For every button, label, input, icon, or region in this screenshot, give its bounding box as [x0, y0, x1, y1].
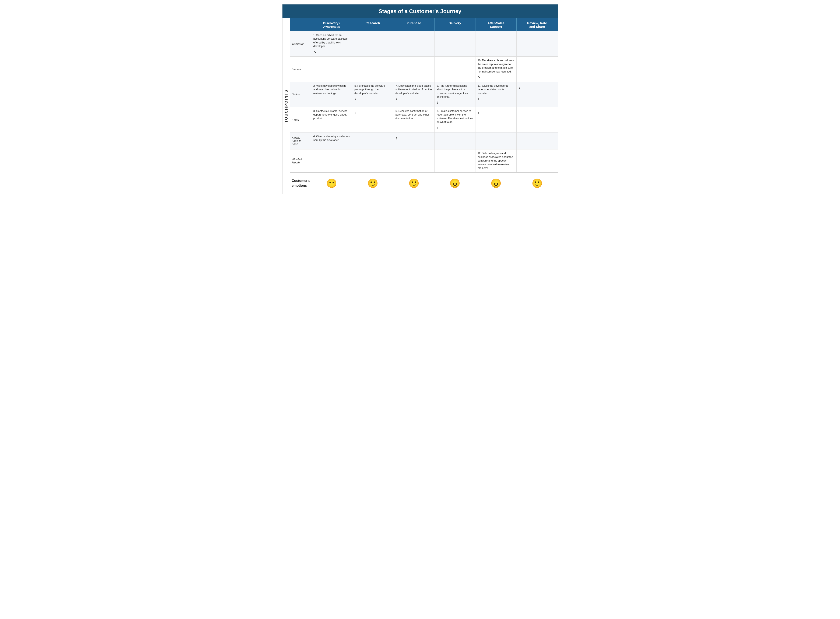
header-col2: Research: [352, 18, 393, 31]
cell-r5-c4: 12. Tells colleagues and business associ…: [475, 150, 517, 172]
cell-r1-c0: [311, 57, 352, 82]
cell-r2-c2: 7. Downloads the cloud-based software on…: [393, 82, 434, 107]
cell-r4-c1: [352, 133, 393, 149]
cell-r5-c3: [434, 150, 476, 172]
emotion-3: 😠: [434, 176, 476, 191]
header-blank: [290, 18, 311, 31]
header-row: Discovery / Awareness Research Purchase …: [290, 18, 558, 31]
table-row: Kiosk / Face-to- Face4. Given a demo by …: [290, 133, 558, 150]
touchpoints-label: TOUCHPOINTS: [283, 18, 290, 194]
cell-r5-c5: [517, 150, 558, 172]
header-col5: After-Sales Support: [475, 18, 517, 31]
row-label: Kiosk / Face-to- Face: [290, 133, 311, 149]
header-col6: Review, Rate and Share: [517, 18, 558, 31]
header-col4: Delivery: [434, 18, 476, 31]
cell-r0-c2: [393, 31, 434, 56]
chart-container: Stages of a Customer's Journey TOUCHPOIN…: [282, 4, 558, 194]
cell-r0-c3: [434, 31, 476, 56]
cell-r1-c1: [352, 57, 393, 82]
cell-r3-c0: 3. Contacts customer service department …: [311, 107, 352, 132]
emotion-4: 😠: [475, 176, 517, 191]
row-label: Television: [290, 31, 311, 56]
row-label: Word of Mouth: [290, 150, 311, 172]
cell-r1-c2: [393, 57, 434, 82]
row-label: Online: [290, 82, 311, 107]
cell-r0-c4: [475, 31, 517, 56]
row-label: In-store: [290, 57, 311, 82]
cell-r2-c3: 9. Has further discussions about the pro…: [434, 82, 476, 107]
cell-r5-c1: [352, 150, 393, 172]
cell-r2-c4: 11. Gives the developer a recommendation…: [475, 82, 517, 107]
cell-r3-c5: [517, 107, 558, 132]
table-row: Television1. Sees an advert for an accou…: [290, 31, 558, 57]
cell-r5-c0: [311, 150, 352, 172]
chart-title: Stages of a Customer's Journey: [283, 4, 558, 18]
cell-r0-c0: 1. Sees an advert for an accounting soft…: [311, 31, 352, 56]
cell-r5-c2: [393, 150, 434, 172]
emotion-1: 🙂: [352, 176, 393, 191]
table-row: Online2. Visits developer's website and …: [290, 82, 558, 107]
header-col3: Purchase: [393, 18, 434, 31]
table-row: Email3. Contacts customer service depart…: [290, 107, 558, 133]
cell-r3-c1: ↓: [352, 107, 393, 132]
emotion-2: 🙂: [393, 176, 434, 191]
cell-r0-c1: [352, 31, 393, 56]
cell-r1-c4: 10. Receives a phone call from the sales…: [475, 57, 517, 82]
cell-r3-c3: 8. Emails customer service to report a p…: [434, 107, 476, 132]
main-body: TOUCHPOINTS Discovery / Awareness Resear…: [283, 18, 558, 194]
cell-r4-c2: ↑: [393, 133, 434, 149]
table-row: Word of Mouth12. Tells colleagues and bu…: [290, 150, 558, 172]
data-rows: Television1. Sees an advert for an accou…: [290, 31, 558, 173]
cell-r4-c4: [475, 133, 517, 149]
cell-r2-c1: 5. Purchases the software package throug…: [352, 82, 393, 107]
cell-r1-c5: [517, 57, 558, 82]
cell-r3-c4: ↑: [475, 107, 517, 132]
cell-r3-c2: 6. Receives confirmation of purchase, co…: [393, 107, 434, 132]
emotion-5: 🙂: [517, 176, 558, 191]
table-row: In-store10. Receives a phone call from t…: [290, 57, 558, 82]
emotions-row: Customer's emotions 😐 🙂 🙂 😠 😠 🙂: [290, 173, 558, 194]
cell-r4-c5: [517, 133, 558, 149]
cell-r2-c5: ↓: [517, 82, 558, 107]
cell-r1-c3: [434, 57, 476, 82]
emotion-0: 😐: [311, 176, 352, 191]
row-label: Email: [290, 107, 311, 132]
emotions-label: Customer's emotions: [290, 176, 311, 190]
cell-r2-c0: 2. Visits developer's website and search…: [311, 82, 352, 107]
cell-r4-c0: 4. Given a demo by a sales rep sent by t…: [311, 133, 352, 149]
cell-r0-c5: [517, 31, 558, 56]
grid-area: Discovery / Awareness Research Purchase …: [290, 18, 558, 194]
header-col1: Discovery / Awareness: [311, 18, 352, 31]
cell-r4-c3: [434, 133, 476, 149]
